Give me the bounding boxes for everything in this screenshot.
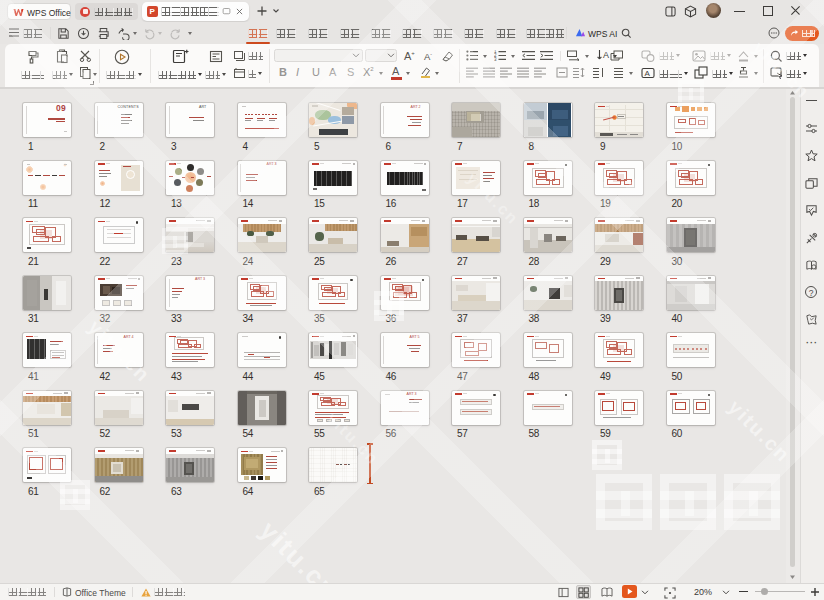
svg-text:3: 3 bbox=[494, 57, 497, 61]
svg-text:A: A bbox=[603, 50, 609, 60]
svg-text:A: A bbox=[644, 69, 650, 78]
